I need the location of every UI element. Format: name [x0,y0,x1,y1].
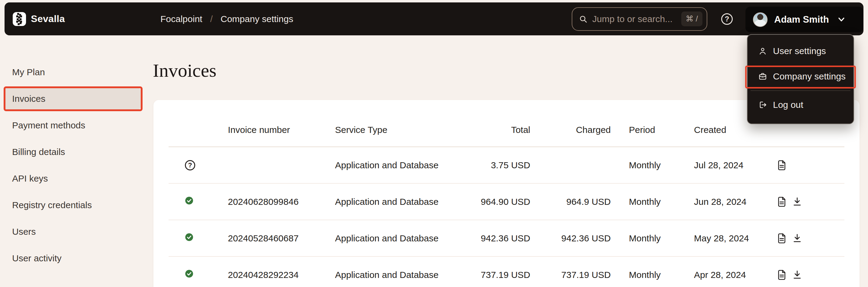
total-cell: 3.75 USD [459,160,530,170]
chevron-down-icon [837,16,846,23]
service-type-cell: Application and Database [335,233,459,244]
period-cell: Monthly [611,160,694,170]
help-icon[interactable]: ? [721,13,733,25]
pending-status-icon: ? [185,160,195,170]
created-cell: Apr 28, 2024 [694,270,777,280]
invoice-status-cell: ? [181,160,228,170]
table-row: ? 20240628099846 Application and Databas… [168,184,844,220]
charged-cell: 942.36 USD [530,233,611,244]
invoices-table: Invoice number Service Type Total Charge… [168,100,844,287]
total-cell: 737.19 USD [459,270,530,280]
download-icon[interactable] [793,197,801,207]
col-total-header: Total [459,125,530,135]
menu-item-label: Log out [773,100,803,110]
document-icon[interactable] [777,197,786,207]
invoice-status-cell: ? [181,270,228,280]
avatar [753,12,768,27]
invoice-number-cell: 20240528460687 [228,233,335,244]
search-icon [579,15,587,23]
service-type-cell: Application and Database [335,197,459,207]
brand[interactable]: Sevalla [13,2,65,35]
col-charged-header: Charged [530,125,611,135]
briefcase-icon [758,72,767,81]
invoice-number-cell: 20240428292234 [228,270,335,280]
table-row: ? 20240528460687 Application and Databas… [168,220,844,257]
sidebar-item-users[interactable]: Users [4,218,141,245]
invoice-number-cell: 20240628099846 [228,197,335,207]
user-menu-button[interactable]: Adam Smith [745,7,864,32]
total-cell: 942.36 USD [459,233,530,244]
menu-item-label: Company settings [773,71,846,81]
sidebar-item-my-plan[interactable]: My Plan [4,59,141,85]
invoice-status-cell: ? [181,196,228,207]
app-root: Sevalla Focalpoint / Company settings Ju… [0,0,868,287]
charged-cell: 964.9 USD [530,197,611,207]
service-type-cell: Application and Database [335,160,459,170]
period-cell: Monthly [611,197,694,207]
row-actions [777,270,844,280]
top-navigation-bar: Sevalla Focalpoint / Company settings Ju… [4,2,864,35]
sidebar-item-billing-details[interactable]: Billing details [4,139,141,165]
col-service-header: Service Type [335,125,459,135]
download-icon[interactable] [793,234,801,243]
document-icon[interactable] [777,233,786,244]
document-icon[interactable] [777,160,786,170]
col-period-header: Period [611,125,694,135]
row-actions [777,233,844,244]
period-cell: Monthly [611,233,694,244]
row-actions [777,197,844,207]
paid-status-icon [185,233,193,244]
search-placeholder: Jump to or search... [592,14,681,24]
col-created-header: Created [694,125,777,135]
user-dropdown-menu: User settings Company settings Log out [747,34,854,124]
paid-status-icon [185,196,193,207]
breadcrumb-company[interactable]: Focalpoint [160,14,202,24]
invoices-card: Invoice number Service Type Total Charge… [153,100,860,287]
created-cell: Jul 28, 2024 [694,160,777,170]
sidebar-item-api-keys[interactable]: API keys [4,165,141,192]
period-cell: Monthly [611,270,694,280]
menu-item-user-settings[interactable]: User settings [748,38,854,64]
menu-item-label: User settings [773,46,826,56]
row-actions [777,160,844,170]
sidebar-item-payment-methods[interactable]: Payment methods [4,112,141,139]
table-row: ? 20240428292234 Application and Databas… [168,257,844,287]
menu-item-log-out[interactable]: Log out [748,92,854,117]
service-type-cell: Application and Database [335,270,459,280]
brand-name: Sevalla [31,13,65,25]
sidebar-item-invoices[interactable]: Invoices [4,88,141,109]
invoice-status-cell: ? [181,233,228,244]
total-cell: 964.90 USD [459,197,530,207]
breadcrumb-separator: / [210,14,213,24]
menu-divider [751,90,850,91]
sevalla-logo-icon [13,12,26,26]
logout-icon [758,101,767,109]
page-title: Invoices [153,61,216,80]
col-invoice-header: Invoice number [228,125,335,135]
created-cell: Jun 28, 2024 [694,197,777,207]
table-header-row: Invoice number Service Type Total Charge… [168,100,844,147]
search-input[interactable]: Jump to or search... ⌘ / [572,7,707,31]
settings-sidebar: My Plan Invoices Payment methods Billing… [0,59,150,272]
created-cell: May 28, 2024 [694,233,777,244]
breadcrumb-page[interactable]: Company settings [221,14,293,24]
user-name: Adam Smith [774,14,829,25]
download-icon[interactable] [793,270,801,280]
table-row: ? Application and Database 3.75 USD Mont… [168,147,844,184]
sidebar-item-registry-credentials[interactable]: Registry credentials [4,192,141,218]
search-shortcut-badge: ⌘ / [681,11,703,26]
document-icon[interactable] [777,270,786,280]
user-icon [758,47,767,55]
breadcrumb: Focalpoint / Company settings [160,2,293,35]
menu-item-company-settings[interactable]: Company settings [748,64,854,89]
charged-cell: 737.19 USD [530,270,611,280]
paid-status-icon [185,270,193,280]
sidebar-item-user-activity[interactable]: User activity [4,245,141,272]
